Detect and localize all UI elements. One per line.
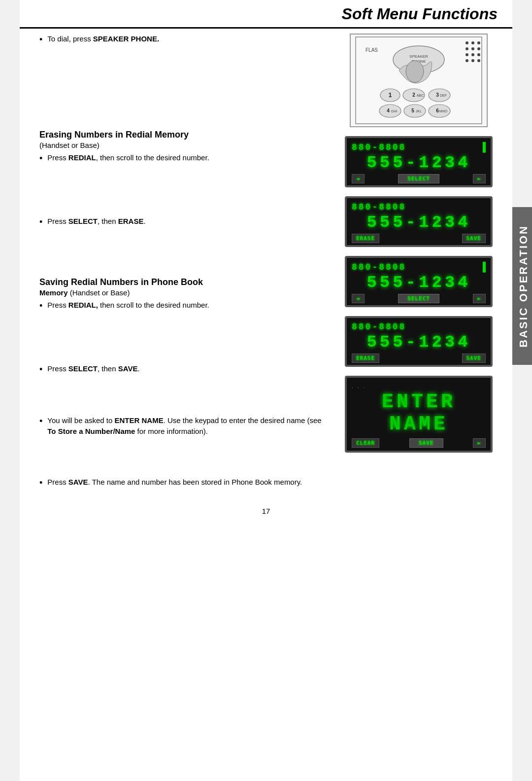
svg-point-11 — [471, 59, 474, 62]
lcd3-signal: ▐ — [479, 262, 486, 272]
bullet-dot-4: • — [39, 363, 42, 376]
svg-point-12 — [477, 59, 480, 62]
saving-bold-3b: To Store a Number/Name — [47, 427, 135, 435]
erasing-bullet-2-text: Press SELECT, then ERASE. — [47, 216, 325, 227]
lcd3-top-number: 880-8808 — [352, 262, 406, 272]
saving-subheading: Memory (Handset or Base) — [39, 288, 325, 297]
svg-point-8 — [471, 53, 474, 56]
sidebar-tab: BASIC OPERATION — [512, 207, 532, 365]
lcd-display-4: 880-8808 555-1234 ERASE SAVE — [345, 316, 493, 367]
lcd4-softkeys: ERASE SAVE — [352, 354, 486, 363]
lcd2-right-key: SAVE — [462, 234, 486, 243]
lcd3-softkeys: ◄ SELECT ► — [352, 294, 486, 303]
svg-point-29 — [404, 105, 426, 117]
lcd-display-1: 880-8808 ▐ 555-1234 ◄ SELECT ► — [345, 136, 493, 187]
bullet-dot-5: • — [39, 415, 42, 427]
lcd5-right-key: ► — [473, 438, 486, 448]
right-column: FLAS SPEAKER PHONE 1 2 ABC 3 — [335, 29, 502, 498]
svg-point-23 — [429, 89, 450, 102]
title-bar: Soft Menu Functions — [20, 0, 512, 29]
svg-point-10 — [466, 59, 468, 62]
lcd2-main-number: 555-1234 — [352, 213, 486, 232]
lcd-display-2: 880-8808 555-1234 ERASE SAVE — [345, 196, 493, 247]
svg-point-26 — [379, 105, 401, 117]
main-content: • To dial, press SPEAKER PHONE. Erasing … — [20, 29, 512, 498]
saving-bullet-2: • Press SELECT, then SAVE. — [39, 363, 325, 376]
erasing-bullet-2: • Press SELECT, then ERASE. — [39, 216, 325, 228]
page-number: 17 — [20, 498, 512, 520]
lcd1-left-key: ◄ — [352, 174, 365, 183]
bullet-dot-2: • — [39, 216, 42, 228]
lcd1-right-key: ► — [473, 174, 486, 183]
lcd4-main-number: 555-1234 — [352, 333, 486, 352]
erasing-bullet-1: • Press REDIAL, then scroll to the desir… — [39, 152, 325, 165]
svg-point-2 — [471, 41, 474, 44]
saving-bold-2b: SAVE — [118, 364, 138, 373]
svg-point-17 — [406, 61, 424, 82]
saving-bold-2a: SELECT — [68, 364, 98, 373]
bullet-dot-6: • — [39, 477, 42, 489]
saving-subheading-rest: (Handset or Base) — [70, 288, 130, 297]
lcd4-right-key: SAVE — [462, 354, 486, 363]
lcd-display-5: . . . ENTER NAME CLEAR SAVE ► — [345, 376, 493, 453]
svg-text:DEF: DEF — [440, 94, 447, 97]
lcd5-center-key: SAVE — [409, 438, 443, 448]
svg-text:JKL: JKL — [416, 109, 422, 113]
lcd1-top-number: 880-8808 — [352, 142, 406, 152]
svg-point-9 — [477, 53, 480, 56]
svg-text:SPEAKER: SPEAKER — [409, 54, 428, 59]
svg-text:4: 4 — [387, 108, 390, 113]
erasing-bullet-1-text: Press REDIAL, then scroll to the desired… — [47, 152, 325, 164]
lcd1-top-row: 880-8808 ▐ — [352, 142, 486, 152]
svg-text:GHI: GHI — [391, 109, 398, 113]
intro-bullet-text: To dial, press SPEAKER PHONE. — [47, 34, 325, 45]
lcd3-main-number: 555-1234 — [352, 273, 486, 292]
svg-text:6: 6 — [436, 108, 439, 113]
saving-bullet-3: • You will be asked to ENTER NAME. Use t… — [39, 415, 325, 437]
lcd3-center-key: SELECT — [398, 294, 439, 303]
lcd2-softkeys: ERASE SAVE — [352, 234, 486, 243]
svg-text:3: 3 — [436, 92, 439, 98]
saving-bullet-1-text: Press REDIAL, then scroll to the desired… — [47, 300, 325, 311]
lcd1-center-key: SELECT — [398, 174, 439, 183]
svg-point-6 — [477, 47, 480, 50]
saving-bullet-2-text: Press SELECT, then SAVE. — [47, 363, 325, 375]
lcd4-top-number: 880-8808 — [352, 322, 406, 332]
phone-diagram-svg: FLAS SPEAKER PHONE 1 2 ABC 3 — [355, 36, 483, 125]
erasing-bold-2b: ERASE — [118, 217, 144, 225]
sidebar-tab-label: BASIC OPERATION — [517, 225, 530, 348]
saving-bullet-4-text: Press SAVE. The name and number has been… — [47, 477, 325, 488]
svg-point-5 — [471, 47, 474, 50]
svg-point-4 — [466, 47, 468, 50]
svg-text:MNO: MNO — [439, 109, 448, 113]
erasing-heading: Erasing Numbers in Redial Memory — [39, 130, 325, 140]
erasing-bold-1: REDIAL — [68, 153, 96, 162]
bullet-dot-3: • — [39, 300, 42, 312]
bullet-dot-0: • — [39, 34, 42, 46]
lcd4-left-key: ERASE — [352, 354, 379, 363]
lcd1-main-number: 555-1234 — [352, 153, 486, 172]
page: BASIC OPERATION Soft Menu Functions • To… — [20, 0, 512, 781]
svg-text:2: 2 — [412, 92, 415, 98]
lcd2-left-key: ERASE — [352, 234, 379, 243]
phone-diagram: FLAS SPEAKER PHONE 1 2 ABC 3 — [350, 34, 488, 127]
saving-heading: Saving Redial Numbers in Phone Book — [39, 277, 325, 287]
lcd1-signal: ▐ — [479, 142, 486, 152]
lcd5-softkeys: CLEAR SAVE ► — [352, 438, 486, 448]
svg-point-3 — [477, 41, 480, 44]
svg-point-7 — [466, 53, 468, 56]
svg-text:1: 1 — [389, 92, 392, 99]
saving-bullet-3-text: You will be asked to ENTER NAME. Use the… — [47, 415, 325, 437]
lcd2-top-row: 880-8808 — [352, 202, 486, 212]
lcd4-top-row: 880-8808 — [352, 322, 486, 332]
lcd3-left-key: ◄ — [352, 294, 365, 303]
svg-point-1 — [466, 41, 468, 44]
lcd3-right-key: ► — [473, 294, 486, 303]
saving-bold-4: SAVE — [68, 478, 88, 486]
saving-subheading-bold: Memory — [39, 288, 68, 297]
saving-bullet-4: • Press SAVE. The name and number has be… — [39, 477, 325, 489]
lcd-display-3: 880-8808 ▐ 555-1234 ◄ SELECT ► — [345, 256, 493, 307]
intro-bold: SPEAKER PHONE. — [93, 35, 159, 43]
lcd1-softkeys: ◄ SELECT ► — [352, 174, 486, 183]
lcd5-enter-name: ENTER NAME — [352, 391, 486, 435]
